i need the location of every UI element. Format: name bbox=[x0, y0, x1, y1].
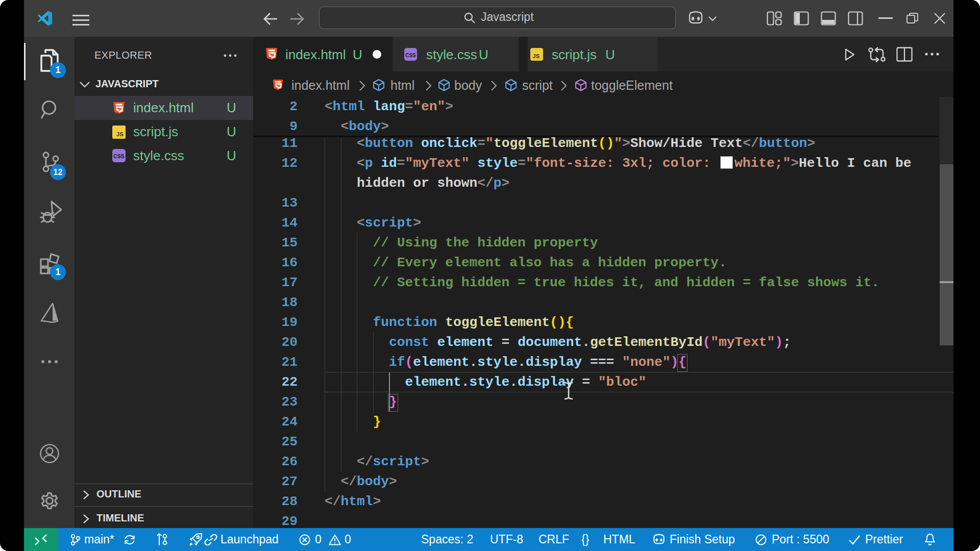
svg-text:CSS: CSS bbox=[113, 154, 124, 159]
svg-text:CSS: CSS bbox=[405, 53, 416, 58]
svg-text:JS: JS bbox=[533, 53, 540, 59]
svg-text:JS: JS bbox=[116, 131, 124, 137]
